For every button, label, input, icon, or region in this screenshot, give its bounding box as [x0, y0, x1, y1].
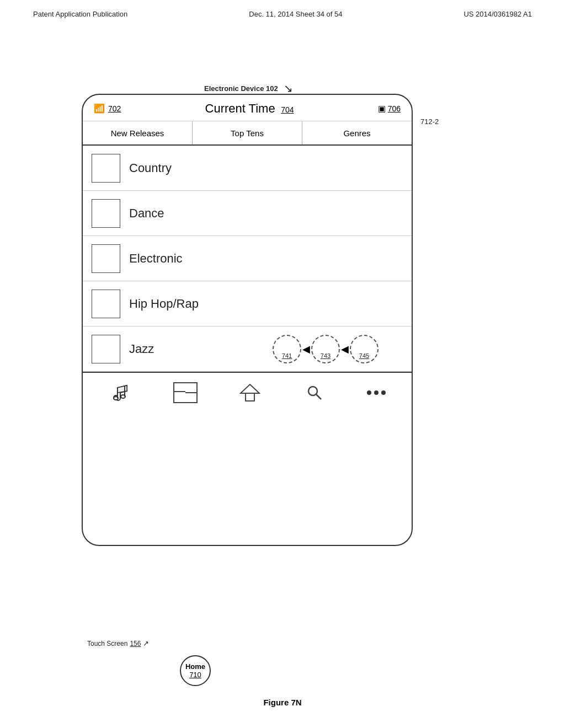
touch-screen-ref: 156 [130, 640, 141, 647]
ann-label-741: 741 [282, 352, 292, 359]
status-ref-704: 704 [281, 105, 294, 114]
tab-top-tens[interactable]: Top Tens [193, 121, 302, 144]
list-item-electronic[interactable]: Electronic [83, 236, 412, 281]
hiphop-label: Hip Hop/Rap [129, 297, 199, 311]
more-options-icon[interactable] [367, 390, 386, 395]
ann-label-743: 743 [321, 352, 331, 359]
current-time-label: Current Time [205, 101, 275, 115]
country-thumbnail [92, 154, 120, 183]
ref-712-2: 712-2 [420, 117, 439, 126]
battery-icon: ▣ [378, 104, 386, 114]
search-icon[interactable] [302, 381, 327, 405]
device-arrow-icon: ↘ [284, 82, 293, 95]
touch-screen-arrow: ↗ [143, 639, 149, 647]
home-label: Home [185, 662, 205, 671]
status-ref-706: 706 [388, 104, 401, 113]
wifi-icon: 📶 [94, 103, 105, 114]
annotation-741: 741 [273, 335, 301, 363]
status-bar: 📶 702 Current Time 704 ▣ 706 [83, 95, 412, 121]
tab-new-releases[interactable]: New Releases [83, 121, 193, 144]
home-icon[interactable] [238, 381, 262, 405]
country-label: Country [129, 161, 172, 175]
device-frame: 📶 702 Current Time 704 ▣ 706 New Release… [82, 94, 413, 546]
hiphop-thumbnail [92, 290, 120, 318]
patent-header: Patent Application Publication Dec. 11, … [0, 0, 565, 18]
home-ref: 710 [185, 671, 205, 679]
status-center: Current Time 704 [205, 101, 294, 116]
list-view-icon[interactable] [173, 381, 198, 405]
svg-point-6 [308, 387, 317, 395]
annotation-743: 743 [311, 335, 340, 363]
status-ref-702: 702 [108, 104, 121, 113]
tab-genres[interactable]: Genres [302, 121, 412, 144]
touch-screen-label: Touch Screen 156 ↗ [87, 639, 149, 647]
home-button[interactable]: Home 710 [180, 655, 211, 686]
list-item-dance[interactable]: Dance [83, 191, 412, 236]
music-note-icon[interactable] [109, 381, 133, 405]
electronic-thumbnail [92, 244, 120, 273]
status-right: ▣ 706 [378, 104, 401, 114]
genre-list: Country Dance Electronic Hip Hop/Rap Jaz… [83, 146, 412, 372]
touch-screen-text: Touch Screen [87, 640, 127, 647]
bottom-toolbar [83, 372, 412, 413]
figure-label: Figure 7N [0, 698, 565, 707]
svg-line-7 [316, 394, 321, 399]
annotation-circles: 741 ◀ 743 ◀ 745 [273, 335, 379, 363]
list-item-jazz[interactable]: Jazz 741 ◀ 743 ◀ 745 [83, 326, 412, 372]
electronic-label: Electronic [129, 251, 183, 266]
tab-bar: New Releases Top Tens Genres [83, 121, 412, 146]
dance-label: Dance [129, 206, 164, 221]
ann-arrow-2: ◀ [341, 343, 349, 355]
dance-thumbnail [92, 199, 120, 228]
patent-header-right: US 2014/0361982 A1 [463, 10, 532, 18]
jazz-label: Jazz [129, 342, 154, 356]
ann-label-745: 745 [359, 352, 369, 359]
patent-header-left: Patent Application Publication [33, 10, 127, 18]
dot-3 [381, 390, 386, 395]
patent-header-center: Dec. 11, 2014 Sheet 34 of 54 [249, 10, 342, 18]
device-label-area: Electronic Device 102 ↘ [204, 82, 293, 95]
svg-marker-4 [241, 384, 259, 393]
list-item-country[interactable]: Country [83, 146, 412, 191]
device-label: Electronic Device 102 [204, 84, 278, 93]
jazz-thumbnail [92, 335, 120, 363]
home-button-area: Home 710 [180, 655, 211, 686]
box-shape [173, 382, 198, 403]
dot-2 [374, 390, 379, 395]
annotation-745: 745 [350, 335, 379, 363]
dot-1 [367, 390, 371, 395]
page: Patent Application Publication Dec. 11, … [0, 0, 565, 728]
ann-arrow-1: ◀ [302, 343, 310, 355]
svg-rect-5 [246, 393, 254, 401]
status-left: 📶 702 [94, 103, 121, 114]
list-item-hiphop[interactable]: Hip Hop/Rap [83, 281, 412, 326]
